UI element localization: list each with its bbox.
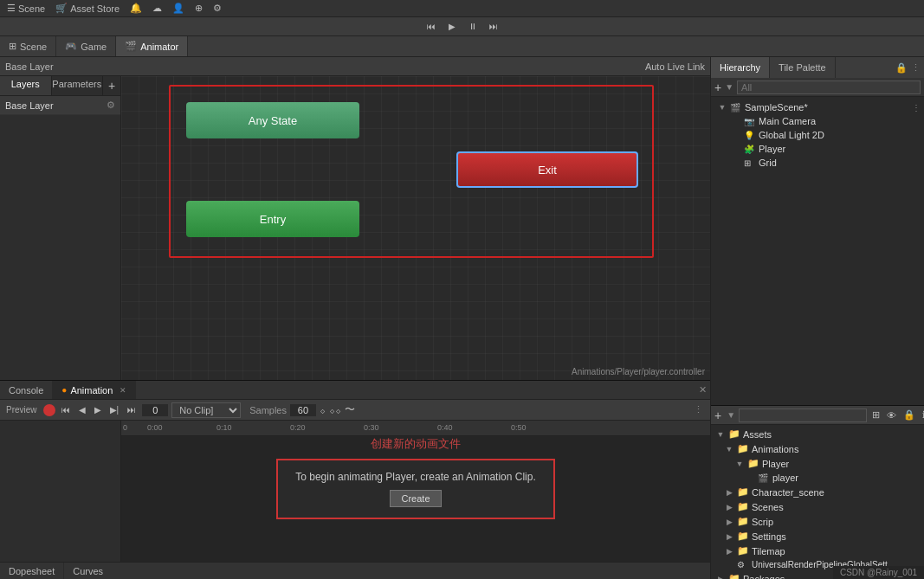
top-bar-scene[interactable]: ☰ Scene [7,3,45,14]
hierarchy-main-camera[interactable]: 📷 Main Camera [711,114,924,128]
play-button[interactable]: ▶ [445,21,459,33]
project-player[interactable]: ▼ 📁 Player [711,456,924,471]
step-back-button[interactable]: ⏮ [424,21,438,33]
tab-console[interactable]: Console [0,381,53,399]
project-character-scene[interactable]: ▶ 📁 Character_scene [711,485,924,499]
project-dropdown-button[interactable]: ▼ [727,410,735,420]
layer-gear-icon[interactable]: ⚙ [107,100,115,111]
hierarchy-player[interactable]: 🧩 Player [711,142,924,156]
tab-dopesheet[interactable]: Dopesheet [0,563,64,579]
game-tab-label: Game [81,42,107,52]
hierarchy-menu-icon[interactable]: ⋮ [911,62,921,74]
player-folder-arrow[interactable]: ▼ [734,460,745,468]
hierarchy-grid[interactable]: ⊞ Grid [711,156,924,170]
main-tab-bar: ⊞ Scene 🎮 Game 🎬 Animator [0,36,924,57]
animation-create-button[interactable]: Create [390,490,441,507]
project-animations[interactable]: ▼ 📁 Animations [711,441,924,456]
anim-play-button[interactable]: ▶ [92,403,104,416]
anim-step-prev-button[interactable]: ◀ [76,403,88,416]
animation-track-content[interactable]: 0 0:00 0:10 0:20 0:30 0:40 0:50 创建新的动画文件… [121,421,710,562]
project-scenes[interactable]: ▶ 📁 Scenes [711,499,924,514]
playback-bar: ⏮ ▶ ⏸ ⏭ [0,17,924,36]
tab-animator[interactable]: 🎬 Animator [116,36,188,56]
anim-auto-key-button[interactable]: ⬦⬦ [329,404,341,416]
tilemap-arrow[interactable]: ▶ [724,547,734,556]
bottom-panel-close[interactable]: ✕ [699,384,707,396]
tab-parameters[interactable]: Parameters [52,76,104,95]
project-tilemap[interactable]: ▶ 📁 Tilemap [711,544,924,558]
anim-step-next-button[interactable]: ▶| [107,403,122,416]
anim-clip-selector[interactable]: No Clip] [171,402,241,418]
top-bar-asset-store[interactable]: 🛒 Asset Store [55,3,120,14]
ruler-mark-6: 0:50 [511,423,527,432]
cloud-btn[interactable]: ☁ [152,3,162,14]
right-panel: Hierarchy Tile Palette 🔒 ⋮ + ▼ ▼ 🎬 Sampl… [710,57,924,579]
layer-item-base[interactable]: Base Layer ⚙ [0,96,120,115]
light-icon: 💡 [744,131,756,140]
project-player-file[interactable]: 🎬 player [711,471,924,485]
tab-scene[interactable]: ⊞ Scene [0,36,56,56]
ruler-mark-1: 0:00 [147,423,163,432]
tab-tile-palette[interactable]: Tile Palette [770,57,836,78]
assets-arrow[interactable]: ▼ [715,430,726,439]
scene-more-button[interactable]: ⋮ [912,103,924,113]
animator-toolbar: Base Layer Auto Live Link [0,57,710,76]
version-label: ⊕ [195,3,203,14]
animator-canvas[interactable]: Any State Entry Exit Animations/Player/p… [121,76,710,380]
tab-hierarchy[interactable]: Hierarchy [711,57,770,78]
hierarchy-search-input[interactable] [737,80,921,94]
hierarchy-dropdown-button[interactable]: ▼ [725,82,733,92]
project-lock-button[interactable]: 🔒 [901,409,917,421]
scenes-arrow[interactable]: ▶ [724,503,734,511]
project-settings[interactable]: ▶ 📁 Settings [711,529,924,544]
animations-arrow[interactable]: ▼ [724,445,734,454]
anim-keyframe-button[interactable]: ⬦ [320,404,326,416]
player-folder-icon: 📁 [747,458,759,469]
tab-animation[interactable]: ● Animation ✕ [53,381,136,399]
player-icon: 🧩 [744,145,756,154]
animation-toolbar: Preview ⏮ ◀ ▶ ▶| ⏭ 0 No Clip] Samples 60… [0,400,710,421]
packages-arrow[interactable]: ▶ [715,575,726,580]
project-add-button[interactable]: + [714,409,721,422]
anim-record-button[interactable] [43,404,55,416]
tab-layers[interactable]: Layers [0,76,52,95]
hierarchy-global-light[interactable]: 💡 Global Light 2D [711,128,924,142]
project-filter-button[interactable]: ⊞ [870,409,882,421]
animator-sidebar-tabs: Layers Parameters + [0,76,120,96]
account-btn[interactable]: 👤 [172,3,184,14]
anim-panel-menu[interactable]: ⋮ [694,404,707,415]
state-entry[interactable]: Entry [186,201,359,237]
project-toolbar: + ▼ ⊞ 👁 🔒 ℹ ⚠ 27 ⋮ [711,406,924,425]
scrip-arrow[interactable]: ▶ [724,518,734,526]
hierarchy-scene-item[interactable]: ▼ 🎬 SampleScene* ⋮ [711,100,924,114]
project-search-input[interactable] [739,409,867,422]
tab-game[interactable]: 🎮 Game [56,36,116,56]
animator-tab-icon: 🎬 [125,41,137,52]
notification-btn[interactable]: 🔔 [130,3,142,14]
project-assets[interactable]: ▼ 📁 Assets [711,427,924,441]
packages-icon: 📁 [728,573,740,579]
project-eye-button[interactable]: 👁 [885,409,898,421]
urp-icon: ⚙ [737,560,749,569]
anim-curves-button[interactable]: 〜 [345,402,355,417]
pause-button[interactable]: ⏸ [466,21,480,33]
settings-arrow[interactable]: ▶ [724,532,734,541]
anim-step-start-button[interactable]: ⏮ [59,403,73,416]
animation-tab-close[interactable]: ✕ [120,386,126,395]
state-exit[interactable]: Exit [456,151,638,188]
tab-curves[interactable]: Curves [64,563,112,579]
project-scrip[interactable]: ▶ 📁 Scrip [711,514,924,529]
auto-live-link-label[interactable]: Auto Live Link [645,61,705,72]
character-scene-arrow[interactable]: ▶ [724,488,734,497]
anim-step-end-button[interactable]: ⏭ [125,403,139,416]
scenes-label: Scenes [752,502,784,512]
animation-create-box: To begin animating Player, create an Ani… [276,459,555,519]
hierarchy-lock-icon[interactable]: 🔒 [895,62,908,74]
step-forward-button[interactable]: ⏭ [487,21,501,33]
scene-arrow[interactable]: ▼ [717,103,727,112]
state-any-state[interactable]: Any State [186,102,359,138]
add-layer-button[interactable]: + [103,76,120,95]
project-info-button[interactable]: ℹ [921,409,924,421]
hierarchy-add-button[interactable]: + [714,80,721,94]
anim-time-display: 0 [142,404,168,416]
